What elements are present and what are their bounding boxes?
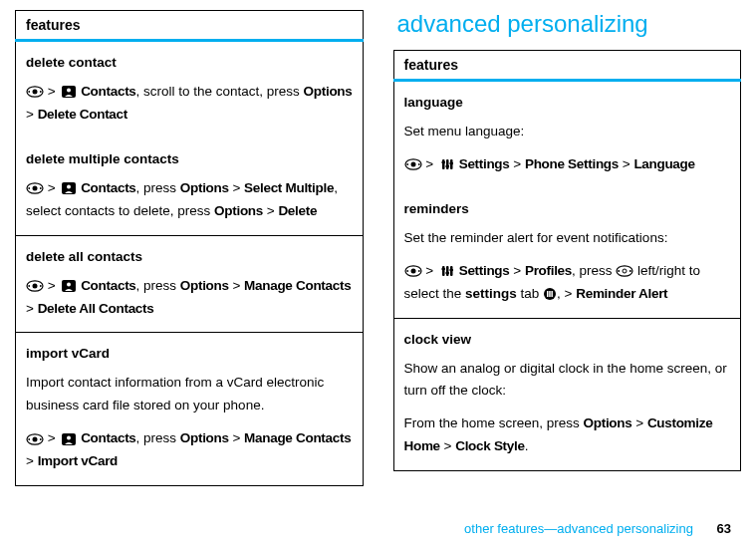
- menu-path-item: Manage Contacts: [244, 278, 351, 293]
- menu-path-item: Manage Contacts: [244, 430, 351, 445]
- svg-rect-49: [547, 291, 549, 297]
- left-features-table: features delete contact > Contacts, scro…: [15, 10, 364, 486]
- right-header: features: [393, 51, 741, 81]
- body-text: , scroll to the contact, press: [136, 84, 304, 99]
- svg-rect-31: [441, 161, 445, 163]
- feature-path: > Settings > Profiles, press left/right …: [404, 260, 731, 306]
- menu-path-item: Options: [214, 203, 263, 218]
- body-text: >: [510, 156, 525, 171]
- menu-path-item: Profiles: [525, 263, 572, 278]
- menu-path-item: Clock Style: [455, 438, 524, 453]
- feature-title: import vCard: [26, 343, 353, 366]
- feature-title: delete multiple contacts: [26, 148, 353, 171]
- svg-point-20: [28, 438, 30, 440]
- body-text: >: [229, 430, 244, 445]
- menu-path-item: Options: [180, 180, 229, 195]
- body-text: >: [619, 156, 633, 171]
- body-text: >: [440, 438, 455, 453]
- settings-icon: [439, 264, 455, 278]
- body-text: >: [510, 263, 525, 278]
- body-text: , press: [136, 278, 180, 293]
- body-text: >: [229, 180, 244, 195]
- menu-path-item: Settings: [459, 156, 510, 171]
- contacts-icon: [61, 432, 77, 446]
- svg-point-27: [417, 163, 419, 165]
- menu-path-item: Options: [584, 415, 632, 430]
- menu-path-item: Settings: [459, 263, 510, 278]
- body-text: >: [631, 415, 646, 430]
- body-text: >: [26, 301, 38, 316]
- feature-title: delete all contacts: [26, 246, 353, 269]
- svg-point-1: [33, 90, 38, 95]
- menu-path-item: Options: [304, 84, 353, 99]
- menu-path-item: Contacts: [81, 430, 135, 445]
- svg-rect-51: [551, 291, 553, 297]
- feature-path: > Contacts, press Options > Manage Conta…: [26, 427, 353, 473]
- feature-description: Set menu language:: [404, 121, 731, 143]
- svg-rect-38: [442, 266, 445, 276]
- nav-center-icon: [26, 86, 44, 98]
- svg-rect-41: [441, 268, 445, 270]
- feature-title: language: [404, 92, 731, 115]
- feature-cell: remindersSet the reminder alert for even…: [393, 188, 741, 318]
- feature-cell: delete all contacts > Contacts, press Op…: [16, 235, 364, 333]
- menu-path-item: Contacts: [81, 84, 135, 99]
- svg-rect-29: [446, 159, 449, 169]
- svg-point-23: [67, 435, 71, 439]
- section-title: advanced personalizing: [393, 10, 742, 38]
- menu-path-item: Contacts: [81, 180, 135, 195]
- emphasis: settings: [465, 286, 517, 301]
- svg-point-37: [417, 270, 419, 272]
- body-text: , press: [572, 263, 616, 278]
- body-text: From the home screen, press: [404, 415, 584, 430]
- svg-point-15: [40, 285, 42, 287]
- feature-description: Set the reminder alert for event notific…: [404, 227, 731, 250]
- page-number: 63: [717, 521, 731, 536]
- left-header: features: [16, 11, 364, 41]
- svg-point-13: [33, 284, 38, 289]
- contacts-icon: [61, 279, 77, 293]
- body-text: >: [263, 203, 278, 218]
- feature-path: > Contacts, scroll to the contact, press…: [26, 81, 353, 127]
- svg-rect-42: [445, 272, 449, 274]
- feature-path: > Contacts, press Options > Select Multi…: [26, 177, 353, 223]
- body-text: tab: [517, 286, 543, 301]
- svg-point-45: [623, 269, 627, 273]
- svg-point-14: [28, 285, 30, 287]
- body-text: >: [26, 107, 38, 122]
- nav-center-icon: [26, 182, 44, 194]
- settings-tab-icon: [543, 287, 557, 301]
- menu-path-item: Options: [180, 278, 229, 293]
- menu-path-item: Import vCard: [38, 453, 118, 468]
- feature-path: From the home screen, press Options > Cu…: [404, 412, 731, 458]
- svg-point-9: [40, 187, 42, 189]
- svg-point-47: [630, 270, 631, 272]
- svg-point-19: [33, 436, 38, 441]
- feature-cell: delete contact > Contacts, scroll to the…: [16, 41, 364, 138]
- body-text: , press: [136, 430, 180, 445]
- menu-path-item: Delete Contact: [38, 107, 127, 122]
- menu-path-item: Options: [180, 430, 229, 445]
- contacts-icon: [61, 85, 77, 99]
- svg-point-36: [406, 270, 408, 272]
- svg-rect-32: [445, 165, 449, 167]
- settings-icon: [439, 157, 455, 171]
- body-text: , >: [557, 286, 576, 301]
- svg-rect-50: [549, 291, 551, 297]
- body-text: , press: [136, 180, 180, 195]
- feature-path: > Contacts, press Options > Manage Conta…: [26, 275, 353, 321]
- nav-center-icon: [404, 265, 422, 277]
- feature-title: clock view: [404, 329, 731, 352]
- feature-cell: clock viewShow an analog or digital cloc…: [393, 318, 741, 471]
- menu-path-item: Delete: [278, 203, 317, 218]
- feature-description: Show an analog or digital clock in the h…: [404, 358, 731, 404]
- svg-rect-33: [449, 162, 453, 164]
- body-text: >: [26, 453, 38, 468]
- nav-center-icon: [404, 158, 422, 170]
- right-features-table: features languageSet menu language: > Se…: [393, 50, 742, 471]
- svg-point-7: [33, 186, 38, 191]
- svg-point-3: [40, 91, 42, 93]
- footer-text: other features—advanced personalizing: [464, 521, 693, 536]
- svg-point-35: [410, 269, 415, 274]
- menu-path-item: Reminder Alert: [576, 286, 667, 301]
